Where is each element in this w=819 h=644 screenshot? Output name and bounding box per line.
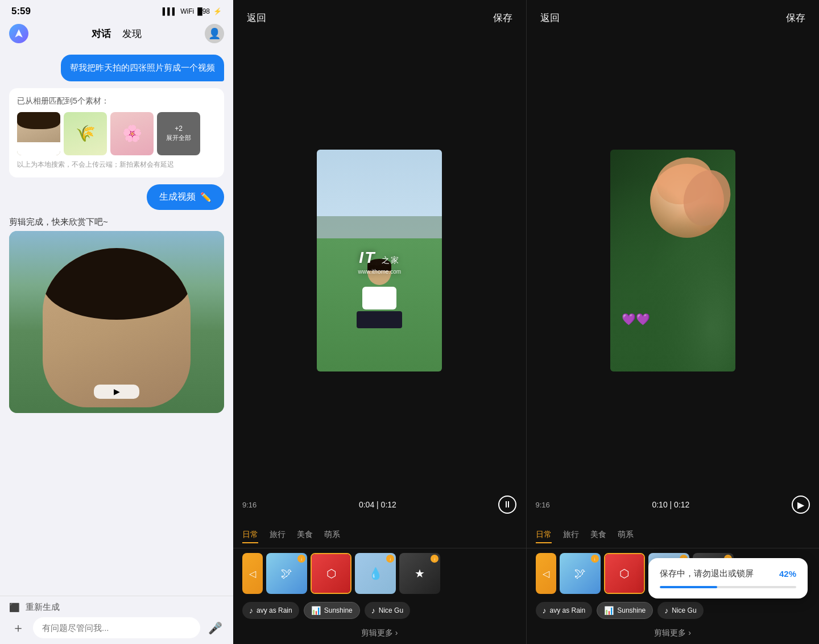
tpl-party-icon-r: ⬡ <box>619 567 629 580</box>
music-sunshine-icon-r: 📊 <box>604 606 614 615</box>
tab-discover[interactable]: 发现 <box>122 27 142 40</box>
music-sunshine-right[interactable]: 📊 Sunshine <box>597 602 653 619</box>
play-icon: ▶ <box>114 387 120 396</box>
more-edit-right[interactable]: 剪辑更多 › <box>527 622 820 644</box>
music-strip-left: ♪ avy as Rain 📊 Sunshine ♪ Nice Gu <box>233 598 526 622</box>
add-button[interactable]: ＋ <box>9 619 27 637</box>
generate-video-button[interactable]: 生成视频 ✏️ <box>147 184 224 210</box>
template-jimi-right[interactable]: 🕊 ↓ <box>560 553 601 594</box>
foliage <box>610 150 735 371</box>
media-grid: 🌾 🌸 +2 展开全部 <box>17 112 216 155</box>
back-button-left[interactable]: 返回 <box>247 11 266 24</box>
music-niceguy-label-r: Nice Gu <box>672 606 696 614</box>
music-niceguy-icon-r: ♪ <box>664 606 668 615</box>
mic-button[interactable]: 🎤 <box>206 619 224 637</box>
regen-icon: ⬛ <box>9 602 20 613</box>
video-editor-left: 返回 保存 <box>233 0 526 644</box>
status-time: 5:59 <box>11 6 31 17</box>
play-button-right[interactable]: ▶ <box>792 496 810 514</box>
pause-button-left[interactable]: ⏸ <box>498 496 516 514</box>
editor-controls-right: 9:16 0:10 | 0:12 ▶ <box>527 490 820 525</box>
style-tab-daily-right[interactable]: 日常 <box>536 530 552 543</box>
style-tab-daily-left[interactable]: 日常 <box>242 530 258 543</box>
style-tab-cute-left[interactable]: 萌系 <box>324 530 340 543</box>
music-strip-right: ♪ avy as Rain 📊 Sunshine ♪ Nice Gu <box>527 598 820 622</box>
done-message: 剪辑完成，快来欣赏下吧~ <box>9 217 224 228</box>
template-jimi-left[interactable]: 🕊 ↓ <box>266 553 307 594</box>
app-logo <box>9 24 28 43</box>
user-avatar[interactable]: 👤 <box>205 24 224 43</box>
save-progress-bar <box>660 586 796 588</box>
download-badge-jimi: ↓ <box>297 555 305 563</box>
materials-note: 以上为本地搜索，不会上传云端；新拍素材会有延迟 <box>17 160 216 170</box>
style-tabs-left: 日常 旅行 美食 萌系 <box>233 525 526 548</box>
wifi-icon: WiFi <box>180 7 194 15</box>
editor-header-left: 返回 保存 <box>233 0 526 31</box>
charging-icon: ⚡ <box>213 7 222 15</box>
more-count-label: +2 <box>175 125 183 133</box>
left-panel: 5:59 ▌▌▌ WiFi █98 ⚡ 对话 发现 👤 帮我把昨天拍的四张照片剪… <box>0 0 233 644</box>
save-progress-popup: 保存中，请勿退出或锁屏 42% <box>648 558 808 598</box>
bottom-bar: ⬛ 重新生成 ＋ 🎤 <box>0 596 233 644</box>
save-progress-fill <box>660 586 717 588</box>
video-play-overlay[interactable]: ▶ <box>94 385 139 399</box>
signal-icon: ▌▌▌ <box>163 7 177 15</box>
music-niceguy-left[interactable]: ♪ Nice Gu <box>365 602 410 619</box>
tpl-jimi-icon-r: 🕊 <box>574 567 586 580</box>
template-party-left[interactable]: ⬡ <box>311 553 351 594</box>
style-tab-food-right[interactable]: 美食 <box>590 530 606 543</box>
top-nav: 对话 发现 👤 <box>0 20 233 49</box>
template-river-left[interactable]: 💧 ↓ <box>355 553 396 594</box>
tpl-party-bg: ⬡ <box>312 554 350 593</box>
partial-icon: ◁ <box>249 568 256 579</box>
regen-label[interactable]: 重新生成 <box>26 602 60 613</box>
watermark-url: www.ithome.com <box>358 269 401 275</box>
tab-dialog[interactable]: 对话 <box>92 27 111 40</box>
music-rain-right[interactable]: ♪ avy as Rain <box>536 602 593 619</box>
person-legs <box>357 311 402 328</box>
more-edit-label-left: 剪辑更多 › <box>361 628 398 638</box>
style-tab-food-left[interactable]: 美食 <box>297 530 313 543</box>
time-display-left: 0:04 | 0:12 <box>359 500 396 509</box>
save-button-right[interactable]: 保存 <box>786 11 805 24</box>
tpl-party-bg-r: ⬡ <box>605 554 644 593</box>
watermark-logo: IT 之家 <box>358 246 401 267</box>
chat-input[interactable] <box>33 617 200 638</box>
small-flowers: 💜💜 <box>622 312 650 326</box>
aspect-ratio-left: 9:16 <box>242 501 257 509</box>
save-popup-header: 保存中，请勿退出或锁屏 42% <box>660 568 796 579</box>
template-party-right[interactable]: ⬡ <box>604 553 645 594</box>
template-item-partial-left[interactable]: ◁ <box>242 553 263 594</box>
save-button-left[interactable]: 保存 <box>493 11 512 24</box>
right-panel: 返回 保存 <box>233 0 819 644</box>
video-frame-left: IT 之家 www.ithome.com <box>317 150 442 371</box>
video-frame-right: 💜💜 <box>610 150 735 371</box>
editor-controls-left: 9:16 0:04 | 0:12 ⏸ <box>233 490 526 525</box>
media-thumb-3: 🌸 <box>110 112 154 155</box>
expand-label: 展开全部 <box>166 134 191 142</box>
user-message-bubble: 帮我把昨天拍的四张照片剪成一个视频 <box>61 55 224 81</box>
style-tab-travel-right[interactable]: 旅行 <box>563 530 579 543</box>
template-unknown-left[interactable]: ★ ↓ <box>399 553 440 594</box>
nav-tabs: 对话 发现 <box>92 27 142 40</box>
music-niceguy-right[interactable]: ♪ Nice Gu <box>657 602 703 619</box>
style-tab-travel-left[interactable]: 旅行 <box>270 530 286 543</box>
video-editors: 返回 保存 <box>233 0 819 644</box>
template-item-partial-right[interactable]: ◁ <box>536 553 556 594</box>
video-preview-card[interactable]: ▶ <box>9 231 224 413</box>
download-badge-unknown: ↓ <box>431 555 439 563</box>
watermark: IT 之家 www.ithome.com <box>358 246 401 275</box>
music-niceguy-icon: ♪ <box>371 606 375 615</box>
back-button-right[interactable]: 返回 <box>540 11 560 24</box>
time-display-right: 0:10 | 0:12 <box>652 500 689 509</box>
style-tab-cute-right[interactable]: 萌系 <box>618 530 634 543</box>
music-rain-left[interactable]: ♪ avy as Rain <box>242 602 299 619</box>
music-sunshine-label-r: Sunshine <box>617 606 646 614</box>
time-bar-left: 9:16 0:04 | 0:12 ⏸ <box>242 496 517 514</box>
materials-card: 已从相册匹配到5个素材： 🌾 🌸 +2 展开全部 以上为本地搜 <box>9 88 224 177</box>
tpl-river-icon: 💧 <box>369 567 383 580</box>
more-edit-left[interactable]: 剪辑更多 › <box>233 622 526 644</box>
save-popup-percent: 42% <box>779 569 796 579</box>
music-sunshine-left[interactable]: 📊 Sunshine <box>304 602 360 619</box>
media-thumb-more[interactable]: +2 展开全部 <box>157 112 200 155</box>
